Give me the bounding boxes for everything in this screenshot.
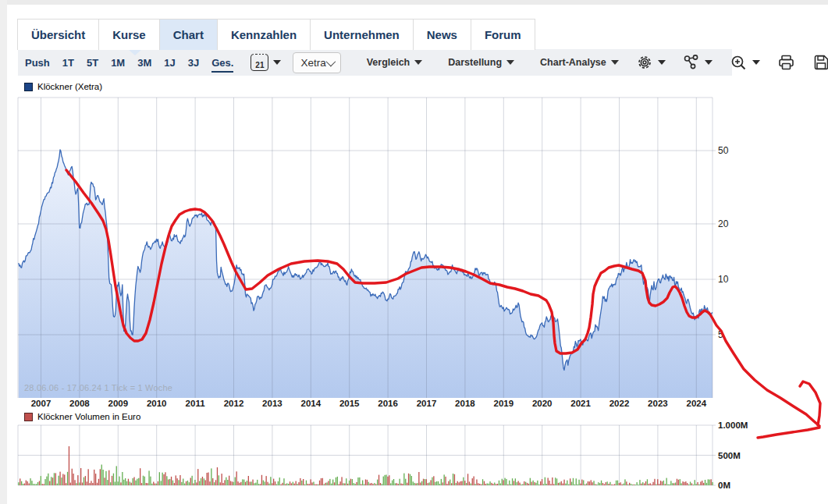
volume-y-tick-label: 500M (718, 451, 741, 460)
chevron-down-icon (752, 60, 760, 65)
indicators-button[interactable] (683, 54, 713, 71)
volume-y-tick-label: 0M (718, 481, 730, 490)
x-tick-label: 2013 (262, 399, 283, 408)
chevron-down-icon (611, 60, 619, 65)
volume-legend-swatch (24, 413, 33, 421)
exchange-selected-value: Xetra (300, 57, 325, 69)
x-tick-label: 2024 (687, 399, 707, 408)
volume-legend-label: Klöckner Volumen in Euro (37, 412, 140, 421)
period-1m[interactable]: 1M (111, 57, 125, 69)
chart-watermark: 28.06.06 - 17.06.24 1 Tick = 1 Woche (24, 383, 172, 392)
tab-chart[interactable]: Chart (160, 20, 218, 50)
save-button[interactable] (812, 54, 828, 71)
x-tick-label: 2008 (69, 399, 90, 408)
x-tick-label: 2018 (455, 399, 475, 408)
x-tick-label: 2016 (378, 399, 398, 408)
volume-bars (18, 446, 713, 485)
tab-bar: Übersicht Kurse Chart Kennzahlen Unterne… (17, 19, 535, 50)
chevron-down-icon (414, 60, 422, 65)
chevron-down-icon (506, 60, 514, 65)
x-tick-label: 2019 (494, 399, 514, 408)
period-3m[interactable]: 3M (137, 57, 151, 69)
chart-toolbar: Push 1T 5T 1M 3M 1J 3J Ges. 21 Xetra Ver… (18, 49, 732, 76)
date-range-picker[interactable]: 21 (251, 54, 281, 71)
active-tab-notch (128, 49, 142, 55)
calendar-icon: 21 (251, 54, 268, 71)
x-tick-label: 2017 (417, 399, 437, 408)
price-legend-swatch (24, 83, 33, 91)
x-tick-label: 2009 (108, 399, 129, 408)
chart-analysis-menu-label: Chart-Analyse (540, 57, 606, 68)
exchange-select[interactable]: Xetra (293, 52, 340, 73)
x-tick-label: 2007 (31, 399, 52, 408)
price-y-tick-label: 50 (718, 145, 729, 156)
period-3j[interactable]: 3J (188, 57, 199, 69)
share-nodes-icon (683, 54, 700, 71)
x-tick-label: 2011 (186, 399, 206, 408)
print-button[interactable] (777, 54, 795, 71)
period-gesamt[interactable]: Ges. (211, 57, 233, 73)
volume-legend: Klöckner Volumen in Euro (24, 412, 140, 421)
printer-icon (777, 54, 795, 71)
x-tick-label: 2023 (648, 399, 668, 408)
display-menu[interactable]: Darstellung (448, 57, 514, 68)
stock-chart-page: Übersicht Kurse Chart Kennzahlen Unterne… (0, 0, 828, 504)
chart-analysis-menu[interactable]: Chart-Analyse (540, 57, 619, 68)
price-y-tick-label: 5 (718, 329, 723, 340)
settings-button[interactable] (636, 54, 666, 71)
chevron-down-icon (705, 60, 713, 65)
compare-menu[interactable]: Vergleich (367, 57, 423, 68)
save-icon (812, 54, 828, 71)
chevron-down-icon (325, 56, 336, 66)
tab-uebersicht[interactable]: Übersicht (18, 20, 99, 50)
x-tick-label: 2022 (609, 399, 630, 408)
compare-menu-label: Vergleich (367, 57, 410, 68)
price-legend-label: Klöckner (Xetra) (37, 82, 102, 91)
gear-icon (636, 54, 653, 71)
period-5t[interactable]: 5T (87, 57, 98, 69)
zoom-in-icon (730, 54, 748, 72)
period-push[interactable]: Push (25, 57, 50, 69)
tab-kurse[interactable]: Kurse (99, 20, 160, 50)
tab-unternehmen[interactable]: Unternehmen (311, 20, 414, 50)
x-tick-label: 2010 (147, 399, 167, 408)
price-legend: Klöckner (Xetra) (24, 82, 102, 91)
x-tick-label: 2015 (339, 399, 360, 408)
chevron-down-icon (273, 60, 281, 65)
tab-forum[interactable]: Forum (471, 20, 535, 50)
tab-news[interactable]: News (414, 20, 471, 50)
x-tick-label: 2012 (224, 399, 244, 408)
price-y-tick-label: 20 (718, 218, 729, 229)
price-y-tick-label: 10 (718, 274, 729, 285)
period-1t[interactable]: 1T (62, 57, 74, 69)
period-1j[interactable]: 1J (164, 57, 175, 69)
display-menu-label: Darstellung (448, 57, 502, 68)
tab-kennzahlen[interactable]: Kennzahlen (218, 20, 311, 50)
x-tick-label: 2020 (532, 399, 553, 408)
price-area-fill (19, 150, 713, 398)
chevron-down-icon (658, 60, 666, 65)
volume-y-tick-label: 1.000M (718, 421, 748, 430)
zoom-button[interactable] (730, 54, 760, 72)
x-tick-label: 2021 (570, 399, 591, 408)
x-tick-label: 2014 (301, 399, 322, 408)
